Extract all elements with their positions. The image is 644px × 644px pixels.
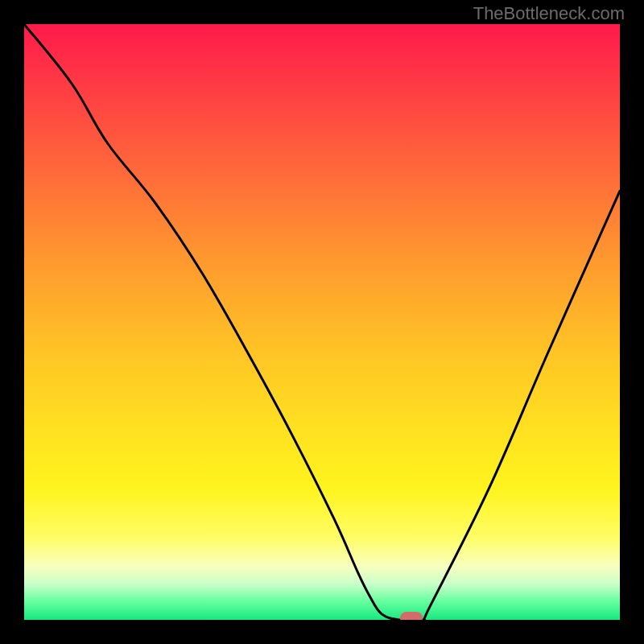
watermark-text: TheBottleneck.com bbox=[473, 3, 625, 24]
chart-frame: TheBottleneck.com bbox=[0, 0, 644, 644]
bottleneck-curve bbox=[24, 24, 620, 620]
optimal-marker bbox=[400, 612, 423, 620]
plot-area bbox=[24, 24, 620, 620]
